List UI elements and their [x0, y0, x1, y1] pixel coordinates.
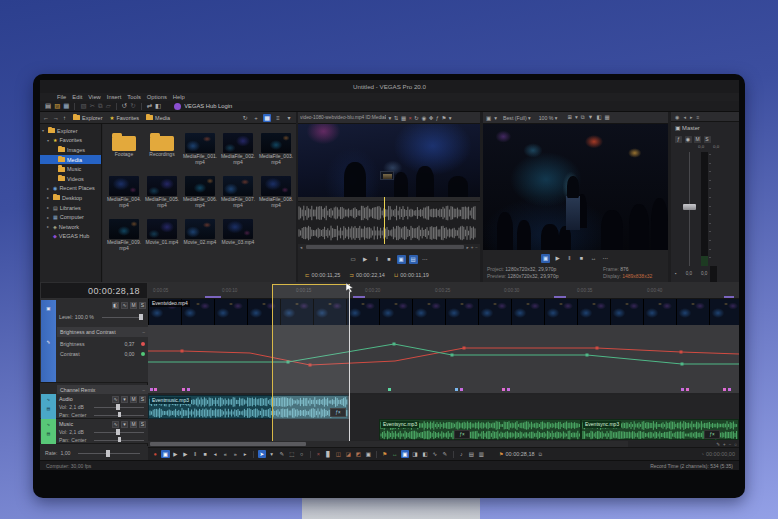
zoom-out-icon[interactable]: −	[475, 245, 480, 250]
red-envelope-point[interactable]	[181, 350, 184, 353]
media-item[interactable]: MediaFile_004. mp4	[105, 176, 143, 217]
pan-slider-handle[interactable]	[118, 412, 121, 417]
zoom-out-icon[interactable]: −	[729, 442, 732, 447]
green-envelope-point[interactable]	[586, 354, 589, 357]
delete-icon[interactable]: ×	[314, 450, 323, 459]
media-item[interactable]: MediaFile_007. mp4	[219, 176, 257, 217]
track-wave-icon[interactable]: ▤	[45, 406, 52, 411]
tree-item-media[interactable]: Media	[40, 155, 101, 165]
back-icon[interactable]: ←	[43, 114, 49, 122]
audio-clip-eventsync[interactable]: Eventsync.mp3	[379, 419, 581, 440]
envelope-marker[interactable]	[154, 388, 157, 391]
zoom-in-icon[interactable]: +	[723, 442, 726, 447]
dropdown-icon[interactable]: ▾	[575, 114, 578, 121]
audio-automation-panel-header[interactable]: Channel Remix−	[57, 385, 148, 394]
timeline-ruler[interactable]: 0:00:050:00:100:00:150:00:200:00:250:00:…	[148, 282, 739, 299]
master-fx-icon[interactable]: ƒ	[675, 136, 682, 143]
overlay-grid-icon[interactable]: ⊞	[567, 114, 572, 121]
media-item[interactable]: MediaFile_002. mp4	[219, 133, 257, 174]
play-icon[interactable]: ▶	[361, 255, 370, 264]
collapsed-arrow-icon[interactable]: ▸	[47, 215, 51, 220]
envelope-icon[interactable]: ∿	[121, 302, 128, 309]
stop-icon[interactable]: ■	[577, 254, 586, 263]
record-icon[interactable]: ◉	[675, 114, 679, 120]
master-mute-button[interactable]: M	[694, 136, 701, 143]
envelope-marker[interactable]	[507, 388, 510, 391]
track-minimize-icon[interactable]: ∿	[45, 397, 52, 402]
snap-icon[interactable]: ◩	[354, 450, 363, 459]
master-solo-button[interactable]: S	[704, 136, 711, 143]
play-icon[interactable]: ▶	[181, 450, 190, 459]
go-to-end-icon[interactable]: ↔	[589, 254, 598, 263]
pan-icon[interactable]: ✥	[429, 115, 434, 121]
media-item[interactable]: MediaFile_009. mp4	[105, 219, 143, 260]
envelope-marker[interactable]	[728, 388, 731, 391]
crumb-explorer[interactable]: Explorer	[82, 115, 102, 121]
envelope-marker[interactable]	[460, 388, 463, 391]
pan-value[interactable]: Center	[71, 412, 86, 418]
add-to-favorites-icon[interactable]: +	[252, 114, 260, 122]
stop-icon[interactable]: ■	[385, 255, 394, 264]
envelope-marker[interactable]	[686, 388, 689, 391]
envelope-marker[interactable]	[150, 388, 153, 391]
media-item[interactable]: MediaFile_003. mp4	[257, 133, 295, 174]
fx-param-keyframe-icon[interactable]	[141, 342, 146, 347]
fx-param-row[interactable]: Contrast0,00	[57, 349, 148, 359]
trimmer-scrollbar[interactable]: ◂▸+−	[298, 244, 480, 250]
red-envelope-point[interactable]	[680, 351, 683, 354]
video-mute-button[interactable]: M	[130, 302, 137, 309]
tree-item-vegas-hub[interactable]: ◆VEGAS Hub	[40, 232, 101, 242]
tree-item-computer[interactable]: ▸▦Computer	[40, 212, 101, 222]
zoom-tool-icon[interactable]: ○	[298, 450, 307, 459]
green-envelope-point[interactable]	[451, 354, 454, 357]
zoom-in-icon[interactable]: +	[469, 245, 476, 250]
close-media-icon[interactable]: ×	[409, 115, 412, 121]
scroll-left-icon[interactable]: ◂	[298, 245, 304, 250]
level-value[interactable]: 100,0 %	[75, 314, 94, 320]
pan-value[interactable]: Center	[71, 437, 86, 443]
selection-length-timecode[interactable]: 00:00:11,19	[400, 272, 429, 278]
menu-icon[interactable]: ≡	[696, 114, 699, 120]
timeline-selection[interactable]	[272, 284, 350, 441]
envelope-marker[interactable]	[723, 388, 726, 391]
fx-param-keyframe-icon[interactable]	[141, 352, 146, 357]
region-icon[interactable]: ↔	[391, 450, 400, 459]
copy-time-icon[interactable]: ⧉	[539, 451, 543, 458]
audio-track-color-strip[interactable]: ∿▤	[41, 394, 56, 419]
expanded-arrow-icon[interactable]: ▾	[42, 128, 46, 133]
loop-playback-icon[interactable]: ▣	[161, 450, 170, 459]
automation-icon[interactable]: ∿	[112, 421, 119, 428]
play-from-start-icon[interactable]: ▶	[171, 450, 180, 459]
envelope-marker[interactable]	[187, 388, 190, 391]
split-icon[interactable]: ◫	[334, 450, 343, 459]
tree-item-music[interactable]: Music	[40, 164, 101, 174]
fx-automation-panel-header[interactable]: Brightness and Contrast−	[57, 327, 148, 337]
track-fx-icon[interactable]: ✎	[45, 340, 52, 346]
media-item[interactable]: MediaFile_005. mp4	[143, 176, 181, 217]
green-envelope[interactable]	[148, 344, 739, 364]
trim-start-icon[interactable]: ▊	[324, 450, 333, 459]
pin-icon[interactable]: ▸	[690, 114, 693, 120]
zoom-edit-icon[interactable]: ✎	[716, 442, 720, 447]
audio-track-1[interactable]: Eventmusic.mp3ƒ×	[148, 395, 739, 419]
tree-item-network[interactable]: ▸◈Network	[40, 222, 101, 232]
preview-quality-select[interactable]: Best (Full) ▾	[503, 115, 531, 121]
add-media-up-icon[interactable]: ▣	[397, 255, 406, 264]
track-wave-icon[interactable]: ▤	[45, 431, 52, 436]
dropdown-icon[interactable]: ▾	[121, 396, 128, 403]
pause-icon[interactable]: ‖	[191, 450, 200, 459]
trimmer-waveform-area[interactable]: ◂▸+−	[298, 197, 480, 250]
preview-zoom-select[interactable]: 100 % ▾	[539, 115, 558, 121]
collapse-icon[interactable]: −	[142, 387, 145, 393]
scroll-thumb[interactable]	[306, 245, 464, 249]
collapse-icon[interactable]: ◂	[683, 114, 686, 120]
envelope-marker[interactable]	[388, 388, 391, 391]
play-icon[interactable]: ▶	[553, 254, 562, 263]
timeline-scrollbar-thumb[interactable]	[150, 442, 306, 446]
collapsed-arrow-icon[interactable]: ▸	[47, 224, 51, 229]
pause-icon[interactable]: ‖	[373, 255, 382, 264]
fx-param-row[interactable]: Brightness0,37	[57, 339, 148, 349]
add-media-icon[interactable]: ▤	[409, 255, 418, 264]
track-minimize-icon[interactable]: ∿	[45, 422, 52, 427]
automation-icon[interactable]: ∿	[112, 396, 119, 403]
